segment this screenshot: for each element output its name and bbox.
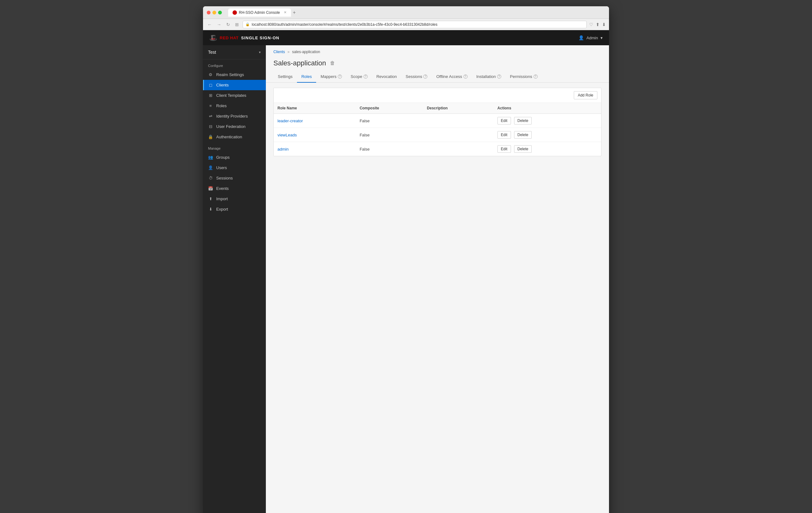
row-0-delete-button[interactable]: Delete	[514, 117, 532, 124]
sidebar-label-realm-settings: Realm Settings	[216, 72, 244, 77]
forward-button[interactable]: →	[215, 21, 223, 28]
sidebar-item-client-templates[interactable]: ⊞ Client Templates	[203, 90, 266, 101]
row-0-actions: Edit Delete	[494, 114, 601, 128]
row-1-actions: Edit Delete	[494, 128, 601, 142]
user-federation-icon: ⊟	[208, 124, 213, 129]
configure-section-label: Configure	[203, 59, 266, 69]
user-label: Admin	[586, 35, 598, 40]
roles-table-container: Add Role Role Name Composite Description…	[273, 88, 602, 156]
role-link-viewleads[interactable]: viewLeads	[278, 133, 297, 137]
sidebar-item-authentication[interactable]: 🔒 Authentication	[203, 132, 266, 142]
tab-scope-label: Scope	[351, 74, 362, 79]
row-1-actions-cell: Edit Delete	[497, 131, 598, 139]
row-2-delete-button[interactable]: Delete	[514, 145, 532, 153]
tab-roles-label: Roles	[301, 74, 312, 79]
sidebar-item-import[interactable]: ⬆ Import	[203, 194, 266, 204]
tab-offline-access[interactable]: Offline Access ?	[432, 71, 472, 83]
row-1-composite: False	[356, 128, 423, 142]
main-content: Clients » sales-application Sales-applic…	[266, 45, 609, 513]
col-description: Description	[423, 103, 494, 114]
tab-mappers[interactable]: Mappers ?	[316, 71, 346, 83]
role-link-leader-creator[interactable]: leader-creator	[278, 118, 303, 123]
sidebar-item-export[interactable]: ⬇ Export	[203, 204, 266, 215]
sidebar-label-authentication: Authentication	[216, 135, 242, 139]
tab-settings[interactable]: Settings	[273, 71, 297, 83]
authentication-icon: 🔒	[208, 135, 213, 139]
row-1-edit-button[interactable]: Edit	[497, 131, 511, 139]
row-2-actions: Edit Delete	[494, 142, 601, 156]
top-navbar: 🎩 RED HAT SINGLE SIGN-ON 👤 Admin ▾	[203, 30, 609, 45]
role-link-admin[interactable]: admin	[278, 147, 288, 151]
row-2-edit-button[interactable]: Edit	[497, 145, 511, 153]
sidebar-item-clients[interactable]: ◻ Clients	[203, 80, 266, 90]
realm-chevron-icon: ▾	[259, 50, 261, 54]
tab-roles[interactable]: Roles	[297, 71, 316, 83]
col-role-name: Role Name	[274, 103, 356, 114]
table-row: admin False Edit Delete	[274, 142, 601, 156]
client-templates-icon: ⊞	[208, 93, 213, 98]
tab-offline-access-label: Offline Access	[436, 74, 462, 79]
sidebar-item-groups[interactable]: 👥 Groups	[203, 152, 266, 163]
row-0-actions-cell: Edit Delete	[497, 117, 598, 124]
sidebar-item-realm-settings[interactable]: ⚙ Realm Settings	[203, 69, 266, 80]
close-button[interactable]	[207, 11, 210, 15]
tab-sessions[interactable]: Sessions ?	[401, 71, 432, 83]
sidebar-item-roles[interactable]: ≡ Roles	[203, 101, 266, 111]
brand-logo: RED HAT	[220, 35, 238, 40]
row-2-name: admin	[274, 142, 356, 156]
address-text: localhost:8080/auth/admin/master/console…	[252, 22, 584, 27]
sidebar-item-users[interactable]: 👤 Users	[203, 163, 266, 173]
tab-favicon	[233, 10, 237, 15]
tab-permissions-label: Permissions	[510, 74, 532, 79]
tab-settings-label: Settings	[278, 74, 293, 79]
installation-help-icon: ?	[497, 75, 501, 79]
permissions-help-icon: ?	[533, 75, 538, 79]
bookmark-icon[interactable]: ♡	[589, 22, 593, 27]
realm-selector[interactable]: Test ▾	[203, 45, 266, 59]
row-2-composite: False	[356, 142, 423, 156]
table-row: leader-creator False Edit Delete	[274, 114, 601, 128]
user-icon: 👤	[579, 35, 584, 40]
row-1-description	[423, 128, 494, 142]
realm-settings-icon: ⚙	[208, 72, 213, 77]
browser-actions: ♡ ⬆ ⬇	[589, 22, 606, 27]
manage-section-label: Manage	[203, 142, 266, 152]
maximize-button[interactable]	[218, 11, 222, 15]
row-0-edit-button[interactable]: Edit	[497, 117, 511, 124]
user-menu[interactable]: 👤 Admin ▾	[579, 35, 603, 40]
browser-titlebar: RH-SSO Admin Console ✕ +	[203, 6, 609, 19]
sidebar-label-export: Export	[216, 207, 228, 211]
sidebar-label-sessions: Sessions	[216, 176, 233, 180]
content-area: Test ▾ Configure ⚙ Realm Settings ◻ Clie…	[203, 45, 609, 513]
sessions-help-icon: ?	[423, 75, 427, 79]
tab-revocation[interactable]: Revocation	[372, 71, 401, 83]
users-icon: 👤	[208, 165, 213, 170]
more-icon[interactable]: ⬇	[602, 22, 606, 27]
back-button[interactable]: ←	[206, 21, 213, 28]
address-bar[interactable]: 🔒 localhost:8080/auth/admin/master/conso…	[242, 21, 587, 28]
sidebar-item-events[interactable]: 📅 Events	[203, 183, 266, 194]
sidebar-item-identity-providers[interactable]: ⇌ Identity Providers	[203, 111, 266, 121]
import-icon: ⬆	[208, 196, 213, 201]
offline-access-help-icon: ?	[464, 75, 468, 79]
tab-permissions[interactable]: Permissions ?	[505, 71, 542, 83]
grid-button[interactable]: ⊞	[234, 21, 240, 28]
breadcrumb-clients-link[interactable]: Clients	[273, 50, 285, 54]
tab-installation-label: Installation	[476, 74, 496, 79]
tab-mappers-label: Mappers	[321, 74, 337, 79]
minimize-button[interactable]	[212, 11, 216, 15]
brand-text: SINGLE SIGN-ON	[241, 35, 279, 40]
tab-close-icon[interactable]: ✕	[284, 10, 287, 15]
reload-button[interactable]: ↻	[225, 21, 231, 28]
tab-installation[interactable]: Installation ?	[472, 71, 505, 83]
add-role-button[interactable]: Add Role	[574, 91, 598, 99]
row-1-delete-button[interactable]: Delete	[514, 131, 532, 139]
browser-tab[interactable]: RH-SSO Admin Console ✕	[228, 8, 291, 17]
share-icon[interactable]: ⬆	[596, 22, 600, 27]
delete-app-icon[interactable]: 🗑	[330, 60, 335, 66]
lock-icon: 🔒	[245, 22, 250, 26]
sidebar-item-user-federation[interactable]: ⊟ User Federation	[203, 121, 266, 132]
sidebar-item-sessions[interactable]: ⏱ Sessions	[203, 173, 266, 183]
new-tab-button[interactable]: +	[293, 10, 296, 16]
tab-scope[interactable]: Scope ?	[346, 71, 372, 83]
